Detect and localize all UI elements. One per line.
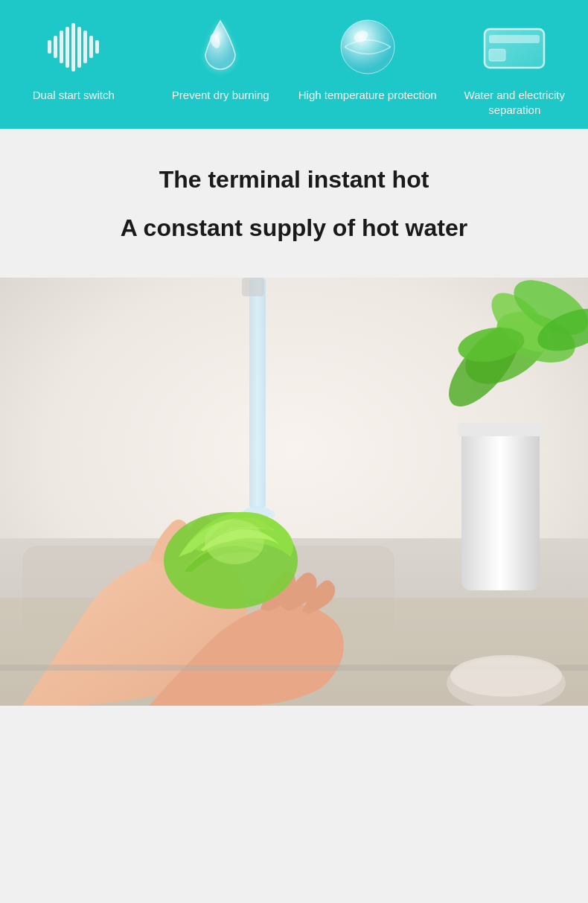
card-icon: [481, 13, 548, 80]
drop-icon: [187, 13, 254, 80]
feature-label-water-electricity: Water and electricity separation: [441, 88, 589, 118]
sphere-icon: [334, 13, 401, 80]
feature-label-dry-burning: Prevent dry burning: [172, 88, 269, 103]
headline-constant-supply: A constant supply of hot water: [30, 214, 558, 242]
scene-illustration: [0, 278, 588, 706]
headline-instant-hot: The terminal instant hot: [30, 166, 558, 194]
feature-dual-start: Dual start switch: [0, 13, 147, 103]
image-section: [0, 278, 588, 706]
feature-water-electricity: Water and electricity separation: [441, 13, 589, 118]
top-banner: Dual start switch Prevent dry burning: [0, 0, 588, 129]
feature-high-temp: High temperature protection: [294, 13, 441, 103]
svg-rect-4: [489, 35, 540, 43]
svg-rect-19: [249, 278, 266, 508]
svg-point-1: [341, 20, 394, 74]
svg-rect-11: [458, 423, 543, 436]
sound-wave-icon: [40, 13, 107, 80]
svg-point-29: [450, 655, 562, 697]
svg-point-25: [205, 520, 264, 564]
svg-rect-5: [489, 49, 505, 61]
middle-section: The terminal instant hot A constant supp…: [0, 129, 588, 278]
feature-label-dual-start: Dual start switch: [33, 88, 115, 103]
svg-rect-3: [485, 29, 544, 68]
veggie-scene: [0, 278, 588, 706]
feature-dry-burning: Prevent dry burning: [147, 13, 295, 103]
feature-label-high-temp: High temperature protection: [298, 88, 437, 103]
svg-point-22: [268, 511, 275, 518]
svg-rect-26: [242, 278, 264, 296]
svg-rect-10: [461, 427, 540, 590]
